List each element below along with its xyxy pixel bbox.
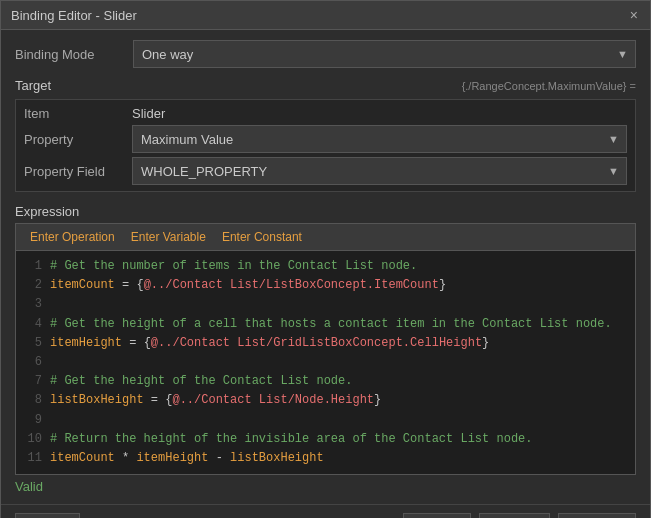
footer-left: Help: [15, 513, 80, 518]
target-section: Target {./RangeConcept.MaximumValue} = I…: [15, 78, 636, 192]
property-select-wrapper: Maximum Value Minimum Value Value ▼: [132, 125, 627, 153]
item-row: Item Slider: [24, 106, 627, 121]
property-select[interactable]: Maximum Value Minimum Value Value: [132, 125, 627, 153]
code-line: 5 itemHeight = {@../Contact List/GridLis…: [24, 334, 627, 353]
property-field-key: Property Field: [24, 164, 124, 179]
title-bar: Binding Editor - Slider ×: [1, 1, 650, 30]
dialog-title: Binding Editor - Slider: [11, 8, 137, 23]
expression-section: Expression Enter Operation Enter Variabl…: [15, 204, 636, 494]
code-line: 6: [24, 353, 627, 372]
item-value: Slider: [132, 106, 165, 121]
property-field-row: Property Field WHOLE_PROPERTY ▼: [24, 157, 627, 185]
enter-constant-button[interactable]: Enter Constant: [216, 228, 308, 246]
dialog-content: Binding Mode One way Two way One time ▼ …: [1, 30, 650, 504]
valid-status: Valid: [15, 479, 636, 494]
code-line: 3: [24, 295, 627, 314]
code-line: 4 # Get the height of a cell that hosts …: [24, 315, 627, 334]
code-line: 10 # Return the height of the invisible …: [24, 430, 627, 449]
target-expression-hint: {./RangeConcept.MaximumValue} =: [462, 80, 636, 92]
code-line: 8 listBoxHeight = {@../Contact List/Node…: [24, 391, 627, 410]
footer: Help Save Apply Cancel: [1, 504, 650, 518]
binding-mode-select[interactable]: One way Two way One time: [133, 40, 636, 68]
item-key: Item: [24, 106, 124, 121]
expression-toolbar: Enter Operation Enter Variable Enter Con…: [15, 223, 636, 250]
target-grid: Item Slider Property Maximum Value Minim…: [15, 99, 636, 192]
enter-operation-button[interactable]: Enter Operation: [24, 228, 121, 246]
code-line: 1 # Get the number of items in the Conta…: [24, 257, 627, 276]
expression-label: Expression: [15, 204, 636, 219]
code-line: 9: [24, 411, 627, 430]
binding-editor-dialog: Binding Editor - Slider × Binding Mode O…: [0, 0, 651, 518]
property-field-select[interactable]: WHOLE_PROPERTY: [132, 157, 627, 185]
close-button[interactable]: ×: [628, 7, 640, 23]
property-row: Property Maximum Value Minimum Value Val…: [24, 125, 627, 153]
code-line: 11 itemCount * itemHeight - listBoxHeigh…: [24, 449, 627, 468]
binding-mode-select-wrapper: One way Two way One time ▼: [133, 40, 636, 68]
target-label: Target: [15, 78, 51, 93]
code-line: 7 # Get the height of the Contact List n…: [24, 372, 627, 391]
property-field-select-wrapper: WHOLE_PROPERTY ▼: [132, 157, 627, 185]
apply-button[interactable]: Apply: [479, 513, 550, 518]
binding-mode-row: Binding Mode One way Two way One time ▼: [15, 40, 636, 68]
property-key: Property: [24, 132, 124, 147]
save-button[interactable]: Save: [403, 513, 471, 518]
target-header: Target {./RangeConcept.MaximumValue} =: [15, 78, 636, 93]
binding-mode-label: Binding Mode: [15, 47, 125, 62]
cancel-button[interactable]: Cancel: [558, 513, 636, 518]
expression-editor[interactable]: 1 # Get the number of items in the Conta…: [15, 250, 636, 475]
help-button[interactable]: Help: [15, 513, 80, 518]
footer-right: Save Apply Cancel: [403, 513, 636, 518]
enter-variable-button[interactable]: Enter Variable: [125, 228, 212, 246]
code-line: 2 itemCount = {@../Contact List/ListBoxC…: [24, 276, 627, 295]
